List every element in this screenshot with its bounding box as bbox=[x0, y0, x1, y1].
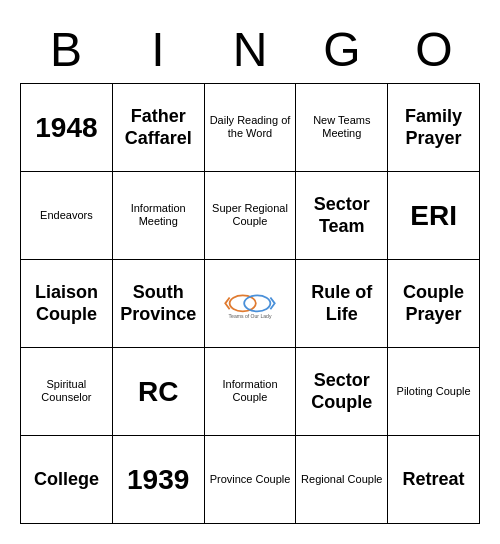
bingo-cell-10: Liaison Couple bbox=[21, 260, 113, 348]
bingo-cell-6: Information Meeting bbox=[113, 172, 205, 260]
cell-text-10: Liaison Couple bbox=[24, 281, 109, 326]
bingo-cell-1: Father Caffarel bbox=[113, 84, 205, 172]
cell-text-7: Super Regional Couple bbox=[208, 202, 293, 230]
bingo-cell-2: Daily Reading of the Word bbox=[205, 84, 297, 172]
cell-text-11: South Province bbox=[116, 281, 201, 326]
bingo-grid: 1948Father CaffarelDaily Reading of the … bbox=[20, 83, 480, 524]
svg-text:Teams of Our Lady: Teams of Our Lady bbox=[229, 313, 272, 319]
bingo-cell-20: College bbox=[21, 436, 113, 524]
cell-text-24: Retreat bbox=[403, 468, 465, 491]
cell-text-3: New Teams Meeting bbox=[299, 114, 384, 142]
teams-logo: Teams of Our Lady bbox=[220, 283, 280, 323]
bingo-cell-22: Province Couple bbox=[205, 436, 297, 524]
bingo-cell-4: Family Prayer bbox=[388, 84, 480, 172]
bingo-cell-3: New Teams Meeting bbox=[296, 84, 388, 172]
bingo-cell-7: Super Regional Couple bbox=[205, 172, 297, 260]
bingo-cell-9: ERI bbox=[388, 172, 480, 260]
bingo-cell-17: Information Couple bbox=[205, 348, 297, 436]
bingo-cell-15: Spiritual Counselor bbox=[21, 348, 113, 436]
cell-text-17: Information Couple bbox=[208, 378, 293, 406]
cell-text-18: Sector Couple bbox=[299, 369, 384, 414]
cell-text-22: Province Couple bbox=[210, 473, 291, 487]
header-i: I bbox=[112, 20, 204, 81]
cell-text-6: Information Meeting bbox=[116, 202, 201, 230]
svg-point-1 bbox=[244, 296, 270, 312]
cell-text-2: Daily Reading of the Word bbox=[208, 114, 293, 142]
bingo-header: B I N G O bbox=[20, 20, 480, 81]
header-b: B bbox=[20, 20, 112, 81]
header-g: G bbox=[296, 20, 388, 81]
bingo-card: B I N G O 1948Father CaffarelDaily Readi… bbox=[10, 10, 490, 534]
bingo-cell-16: RC bbox=[113, 348, 205, 436]
cell-text-23: Regional Couple bbox=[301, 473, 382, 487]
bingo-cell-18: Sector Couple bbox=[296, 348, 388, 436]
cell-text-9: ERI bbox=[410, 198, 457, 233]
cell-text-21: 1939 bbox=[127, 462, 189, 497]
bingo-cell-21: 1939 bbox=[113, 436, 205, 524]
bingo-cell-14: Couple Prayer bbox=[388, 260, 480, 348]
cell-text-15: Spiritual Counselor bbox=[24, 378, 109, 406]
bingo-cell-0: 1948 bbox=[21, 84, 113, 172]
bingo-cell-5: Endeavors bbox=[21, 172, 113, 260]
bingo-cell-13: Rule of Life bbox=[296, 260, 388, 348]
bingo-cell-11: South Province bbox=[113, 260, 205, 348]
bingo-cell-23: Regional Couple bbox=[296, 436, 388, 524]
cell-text-16: RC bbox=[138, 374, 178, 409]
svg-point-0 bbox=[230, 296, 256, 312]
cell-text-4: Family Prayer bbox=[391, 105, 476, 150]
bingo-cell-24: Retreat bbox=[388, 436, 480, 524]
bingo-cell-19: Piloting Couple bbox=[388, 348, 480, 436]
cell-text-1: Father Caffarel bbox=[116, 105, 201, 150]
header-o: O bbox=[388, 20, 480, 81]
cell-text-5: Endeavors bbox=[40, 209, 93, 223]
cell-text-20: College bbox=[34, 468, 99, 491]
bingo-cell-8: Sector Team bbox=[296, 172, 388, 260]
header-n: N bbox=[204, 20, 296, 81]
cell-text-19: Piloting Couple bbox=[397, 385, 471, 399]
cell-text-13: Rule of Life bbox=[299, 281, 384, 326]
cell-text-8: Sector Team bbox=[299, 193, 384, 238]
cell-text-14: Couple Prayer bbox=[391, 281, 476, 326]
bingo-cell-12: Teams of Our Lady bbox=[205, 260, 297, 348]
cell-text-0: 1948 bbox=[35, 110, 97, 145]
